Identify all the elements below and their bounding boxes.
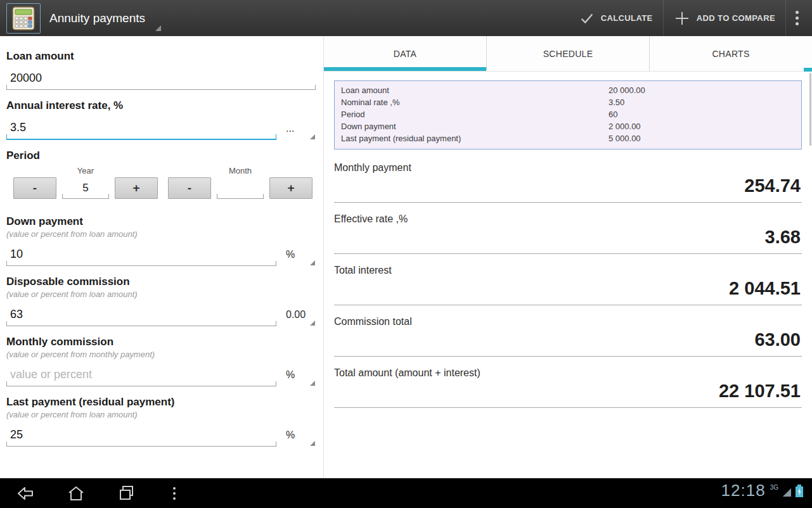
month-increment-button[interactable]: + (269, 177, 313, 199)
page-title[interactable]: Annuity payments (49, 11, 145, 25)
unit-label: % (286, 369, 295, 380)
down-payment-input[interactable] (6, 244, 276, 265)
summary-row: Loan amount 20 000.00 (341, 84, 796, 96)
check-icon (579, 11, 595, 26)
summary-label: Loan amount (341, 84, 609, 96)
summary-label: Down payment (341, 120, 609, 132)
result-value: 22 107.51 (334, 379, 802, 408)
main-content: Loan amount Annual interest rate, % ... (0, 36, 812, 478)
disposable-commission-unit-spinner[interactable]: 0.00 (276, 309, 316, 326)
last-payment-input[interactable] (6, 425, 276, 446)
summary-label: Nominal rate ,% (341, 96, 609, 108)
last-payment-unit-spinner[interactable]: % (276, 429, 316, 447)
last-payment-group: Last payment (residual payment) (value o… (6, 396, 316, 447)
nav-back-button[interactable] (0, 478, 51, 508)
battery-charging-icon (796, 485, 803, 497)
result-total-amount: Total amount (amount + interest) 22 107.… (334, 367, 802, 408)
year-underline (62, 180, 109, 199)
unit-label: 0.00 (286, 309, 306, 320)
disposable-commission-label: Disposable commission (6, 276, 316, 288)
month-input[interactable] (217, 180, 264, 198)
interest-rate-input[interactable] (6, 118, 276, 139)
result-value: 63.00 (334, 327, 802, 357)
result-label: Total interest (334, 265, 802, 276)
spinner-caret-icon (310, 260, 315, 265)
summary-value: 3.50 (609, 96, 796, 108)
tab-schedule[interactable]: SCHEDULE (486, 36, 649, 72)
spinner-caret-icon (310, 381, 315, 386)
menu-icon (173, 487, 176, 490)
monthly-commission-input[interactable] (6, 365, 276, 386)
add-to-compare-button[interactable]: ADD TO COMPARE (664, 0, 785, 36)
summary-value: 5 000.00 (609, 132, 796, 144)
interest-rate-underline (6, 118, 276, 140)
vertical-ellipsis-icon (796, 11, 799, 14)
summary-row: Nominal rate ,% 3.50 (341, 96, 796, 108)
action-bar: Annuity payments CALCULATE ADD TO COMPAR… (0, 0, 812, 36)
monthly-commission-label: Monthly commission (6, 336, 316, 348)
action-bar-actions: CALCULATE ADD TO COMPARE (569, 0, 808, 36)
tab-charts[interactable]: CHARTS (649, 36, 812, 72)
spinner-caret-icon (310, 321, 315, 326)
app-screen: Annuity payments CALCULATE ADD TO COMPAR… (0, 0, 812, 508)
down-payment-group: Down payment (value or percent from loan… (6, 215, 316, 266)
result-value: 3.68 (334, 225, 802, 254)
month-underline (217, 180, 264, 199)
result-commission-total: Commission total 63.00 (334, 316, 802, 357)
results-panel: DATA SCHEDULE CHARTS Loan amount 20 000.… (323, 36, 812, 478)
back-icon (16, 485, 35, 502)
app-home-button[interactable] (6, 3, 41, 34)
input-summary-box: Loan amount 20 000.00 Nominal rate ,% 3.… (334, 80, 802, 149)
nav-recents-button[interactable] (101, 478, 152, 508)
data-tab-content: Loan amount 20 000.00 Nominal rate ,% 3.… (324, 72, 812, 478)
interest-rate-spinner[interactable]: ... (276, 123, 316, 140)
result-value: 2 044.51 (334, 276, 802, 305)
calculate-label: CALCULATE (601, 13, 653, 23)
result-label: Monthly payment (334, 162, 802, 174)
calculate-button[interactable]: CALCULATE (569, 0, 663, 36)
year-decrement-button[interactable]: - (13, 177, 56, 199)
year-input[interactable] (62, 180, 109, 198)
plus-icon (674, 10, 690, 27)
result-value: 254.74 (334, 174, 802, 203)
status-clock: 12:18 (721, 483, 766, 497)
unit-label: % (286, 249, 295, 260)
result-total-interest: Total interest 2 044.51 (334, 265, 802, 305)
disposable-commission-underline (6, 305, 276, 326)
nav-home-button[interactable] (51, 478, 101, 508)
loan-amount-group: Loan amount (6, 50, 316, 90)
monthly-commission-unit-spinner[interactable]: % (276, 369, 316, 386)
year-increment-button[interactable]: + (115, 177, 158, 199)
loan-amount-input[interactable] (6, 68, 316, 89)
scrollbar[interactable] (809, 73, 811, 146)
last-payment-label: Last payment (residual payment) (6, 396, 316, 409)
loan-amount-underline (6, 68, 316, 90)
overflow-menu-button[interactable] (786, 0, 808, 36)
month-label: Month (217, 166, 264, 175)
calculator-icon (11, 6, 36, 30)
summary-value: 20 000.00 (609, 84, 796, 96)
month-decrement-button[interactable]: - (168, 177, 211, 199)
down-payment-label: Down payment (6, 215, 316, 228)
monthly-commission-hint: (value or percent from monthly payment) (6, 350, 316, 359)
spinner-caret-icon (310, 441, 315, 446)
recents-icon (119, 485, 135, 502)
last-payment-underline (6, 425, 276, 447)
summary-row: Last payment (residual payment) 5 000.00 (341, 132, 796, 144)
down-payment-unit-spinner[interactable]: % (276, 249, 316, 266)
down-payment-hint: (value or percent from loan amount) (6, 229, 316, 239)
disposable-commission-hint: (value or percent from loan amount) (6, 289, 316, 299)
interest-rate-label: Annual interest rate, % (6, 99, 316, 112)
system-nav-bar: 12:18 3G (0, 478, 812, 508)
interest-rate-group: Annual interest rate, % ... (6, 99, 316, 140)
disposable-commission-input[interactable] (6, 305, 276, 326)
result-label: Commission total (334, 316, 802, 327)
status-cluster[interactable]: 12:18 3G (721, 483, 803, 503)
period-group: Period - Year + - (6, 149, 316, 199)
monthly-commission-group: Monthly commission (value or percent fro… (6, 336, 316, 386)
tab-data[interactable]: DATA (324, 36, 486, 72)
nav-menu-button[interactable] (152, 478, 197, 508)
monthly-commission-underline (6, 365, 276, 386)
title-spinner-caret-icon (155, 25, 161, 31)
period-label: Period (6, 149, 316, 162)
